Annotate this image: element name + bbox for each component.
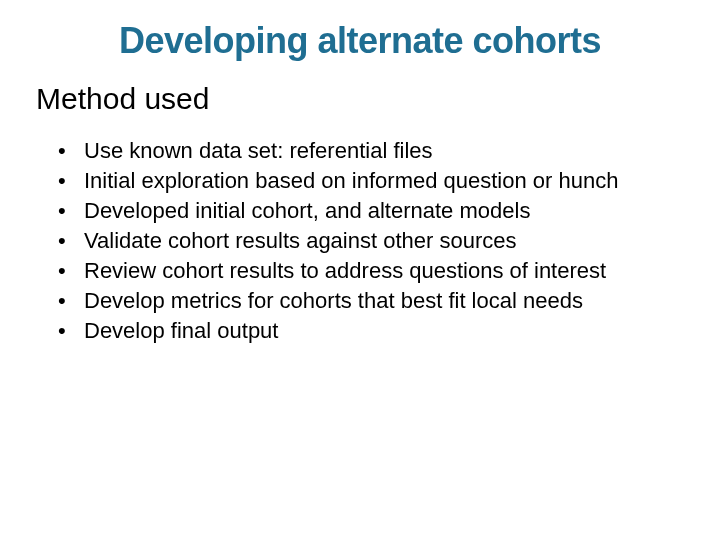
list-item: Use known data set: referential files — [58, 136, 680, 166]
list-item: Developed initial cohort, and alternate … — [58, 196, 680, 226]
slide: Developing alternate cohorts Method used… — [0, 0, 720, 540]
list-item: Develop metrics for cohorts that best fi… — [58, 286, 680, 316]
list-item: Validate cohort results against other so… — [58, 226, 680, 256]
bullet-list: Use known data set: referential files In… — [58, 136, 680, 346]
list-item: Initial exploration based on informed qu… — [58, 166, 680, 196]
slide-subheading: Method used — [36, 82, 209, 116]
list-item: Develop final output — [58, 316, 680, 346]
slide-title: Developing alternate cohorts — [0, 20, 720, 62]
list-item: Review cohort results to address questio… — [58, 256, 680, 286]
